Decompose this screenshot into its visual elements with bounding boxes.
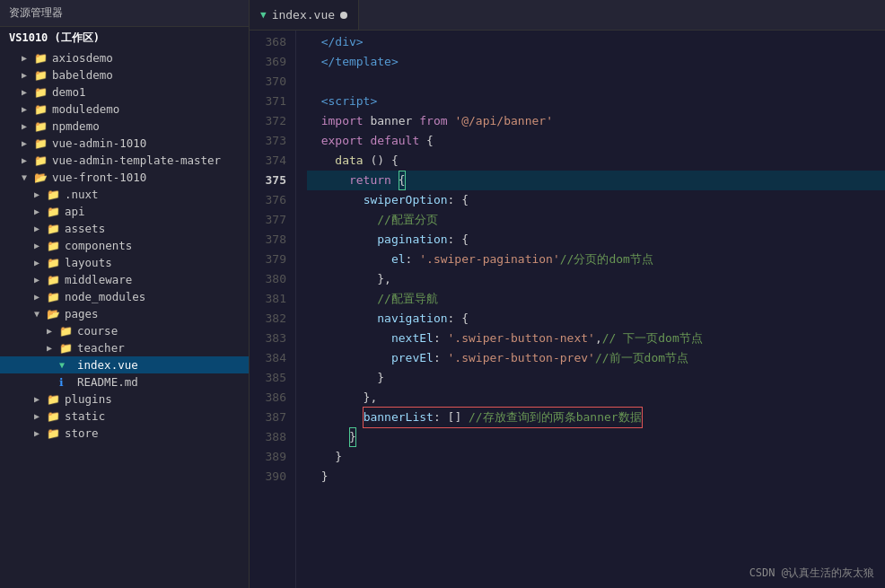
code-text-372: import banner from '@/api/banner': [307, 111, 553, 131]
tab-index-vue[interactable]: ▼ index.vue: [250, 0, 359, 30]
tree-item-course[interactable]: ▶📁course: [0, 322, 249, 339]
code-content[interactable]: </div> </template> <script> import banne…: [296, 31, 885, 588]
tree-item-pages[interactable]: ▼📂pages: [0, 305, 249, 322]
file-tree[interactable]: ▶📁axiosdemo▶📁babeldemo▶📁demo1▶📁moduledem…: [0, 49, 249, 588]
tree-item-api[interactable]: ▶📁api: [0, 203, 249, 220]
tree-item-store[interactable]: ▶📁store: [0, 425, 249, 442]
code-line-372: import banner from '@/api/banner': [307, 111, 885, 131]
code-text-369: </template>: [307, 52, 399, 72]
code-text-380: },: [307, 269, 391, 289]
arrow-icon: ▼: [34, 309, 47, 319]
tree-item-vue-admin-1010[interactable]: ▶📁vue-admin-1010: [0, 135, 249, 152]
tab-modified-dot: [340, 12, 347, 19]
tree-item-middleware[interactable]: ▶📁middleware: [0, 271, 249, 288]
tree-item-label: index.vue: [77, 358, 138, 372]
code-text-386: },: [307, 388, 377, 408]
arrow-icon: ▶: [34, 241, 47, 250]
folder-icon: 📁: [34, 137, 48, 150]
code-text-378: pagination: {: [307, 230, 469, 250]
tree-item-label: README.md: [77, 375, 138, 389]
arrow-icon: ▶: [34, 189, 47, 199]
code-text-381: //配置导航: [307, 289, 438, 309]
line-num-374: 374: [250, 151, 286, 171]
folder-icon: 📁: [59, 325, 74, 338]
tree-item-npmdemo[interactable]: ▶📁npmdemo: [0, 118, 249, 135]
code-text-383: nextEl: '.swiper-button-next',// 下一页dom节…: [307, 329, 703, 348]
line-num-385: 385: [250, 368, 286, 388]
tree-item-assets[interactable]: ▶📁assets: [0, 220, 249, 237]
tree-item-plugins[interactable]: ▶📁plugins: [0, 391, 249, 408]
tree-item-label: api: [65, 205, 85, 218]
line-num-370: 370: [250, 72, 286, 92]
sidebar-header: 资源管理器: [0, 0, 249, 27]
line-num-388: 388: [250, 427, 286, 447]
folder-icon: 📁: [34, 52, 48, 65]
code-line-378: pagination: {: [307, 230, 885, 250]
tree-item-.nuxt[interactable]: ▶📁.nuxt: [0, 186, 249, 203]
info-icon: ℹ: [59, 376, 74, 389]
line-num-381: 381: [250, 289, 286, 309]
line-num-376: 376: [250, 190, 286, 210]
tree-item-vue-admin-template-master[interactable]: ▶📁vue-admin-template-master: [0, 152, 249, 169]
arrow-icon: ▶: [34, 206, 47, 216]
arrow-icon: ▶: [22, 138, 34, 148]
tree-item-moduledemo[interactable]: ▶📁moduledemo: [0, 101, 249, 118]
tree-item-babeldemo[interactable]: ▶📁babeldemo: [0, 66, 249, 83]
tree-item-vue-front-1010[interactable]: ▼📂vue-front-1010: [0, 169, 249, 186]
code-line-384: prevEl: '.swiper-button-prev'//前一页dom节点: [307, 348, 885, 368]
line-num-382: 382: [250, 309, 286, 329]
folder-icon: 📁: [47, 274, 61, 286]
tree-item-label: assets: [65, 222, 105, 235]
tab-bar: ▼ index.vue: [250, 0, 885, 31]
tree-item-label: node_modules: [65, 290, 145, 303]
folder-icon: 📁: [47, 223, 61, 235]
tree-item-label: pages: [65, 307, 99, 320]
code-line-370: [307, 72, 885, 92]
folder-icon: 📁: [47, 393, 61, 406]
tree-item-axiosdemo[interactable]: ▶📁axiosdemo: [0, 49, 249, 66]
tree-item-layouts[interactable]: ▶📁layouts: [0, 254, 249, 271]
folder-open-icon: 📂: [34, 171, 48, 184]
tree-item-label: npmdemo: [52, 119, 100, 133]
code-text-385: }: [307, 368, 384, 388]
line-num-386: 386: [250, 388, 286, 408]
tree-item-components[interactable]: ▶📁components: [0, 237, 249, 254]
code-text-374: data () {: [307, 151, 399, 171]
code-text-389: }: [307, 447, 342, 467]
arrow-icon: ▶: [34, 275, 47, 285]
arrow-icon: ▶: [34, 292, 47, 302]
code-text-388: }: [307, 427, 356, 447]
tree-item-static[interactable]: ▶📁static: [0, 408, 249, 425]
code-editor: 3683693703713723733743753763773783793803…: [250, 31, 885, 588]
code-text-368: </div>: [307, 32, 364, 52]
code-text-384: prevEl: '.swiper-button-prev'//前一页dom节点: [307, 348, 688, 368]
tree-item-label: .nuxt: [65, 188, 99, 201]
code-line-387: bannerList: [] //存放查询到的两条banner数据: [307, 408, 885, 427]
code-line-374: data () {: [307, 151, 885, 171]
folder-icon: 📁: [34, 86, 48, 99]
code-line-380: },: [307, 269, 885, 289]
tree-item-README.md[interactable]: ℹREADME.md: [0, 373, 249, 391]
tree-item-index.vue[interactable]: ▼index.vue: [0, 356, 249, 373]
line-num-390: 390: [250, 467, 286, 487]
tree-item-node_modules[interactable]: ▶📁node_modules: [0, 288, 249, 305]
folder-icon: 📁: [34, 69, 48, 82]
code-line-376: swiperOption: {: [307, 190, 885, 210]
tree-item-label: teacher: [77, 341, 125, 355]
line-num-375: 375: [250, 171, 286, 190]
code-text-387: bannerList: [] //存放查询到的两条banner数据: [307, 408, 642, 427]
tree-item-demo1[interactable]: ▶📁demo1: [0, 83, 249, 101]
arrow-icon: ▶: [34, 428, 47, 438]
tree-item-teacher[interactable]: ▶📁teacher: [0, 339, 249, 356]
line-num-378: 378: [250, 230, 286, 250]
folder-icon: 📁: [34, 120, 48, 133]
line-num-368: 368: [250, 32, 286, 52]
sidebar: 资源管理器 VS1010 (工作区) ▶📁axiosdemo▶📁babeldem…: [0, 0, 250, 588]
code-line-386: },: [307, 388, 885, 408]
tree-item-label: vue-admin-template-master: [52, 154, 221, 167]
folder-icon: 📁: [47, 189, 61, 201]
code-line-381: //配置导航: [307, 289, 885, 309]
code-text-390: }: [307, 467, 328, 487]
code-line-377: //配置分页: [307, 210, 885, 230]
tree-item-label: course: [77, 324, 118, 338]
